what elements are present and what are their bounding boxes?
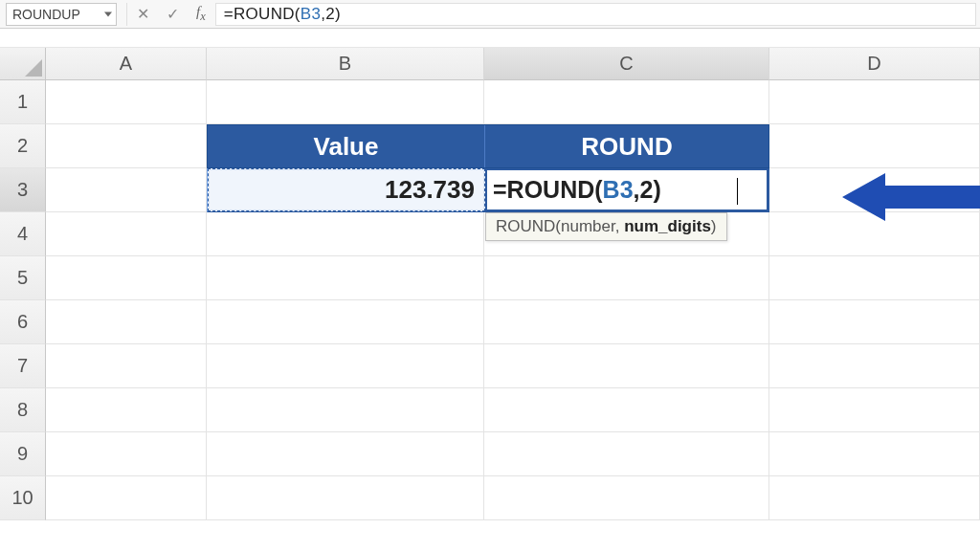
formula-text-close: ): [335, 5, 341, 24]
formula-bar: ROUNDUP ✕ ✓ fx =ROUND(B3,2): [0, 0, 980, 29]
cells-area: Value ROUND 123.739 =ROUND(B3,2) ROUND(n…: [46, 80, 980, 520]
spreadsheet-grid: A B C D 1 2 3 4 5 6 7 8 9 10: [0, 48, 980, 520]
chevron-down-icon[interactable]: [104, 11, 112, 16]
edit-eq: =: [493, 176, 507, 204]
enter-icon[interactable]: ✓: [167, 5, 179, 23]
edit-open: (: [594, 176, 602, 204]
row-header-10[interactable]: 10: [0, 476, 46, 520]
formula-text-arg2: 2: [325, 5, 335, 24]
row-header-9[interactable]: 9: [0, 432, 46, 476]
cell-A9[interactable]: [46, 432, 207, 476]
fx-icon[interactable]: fx: [196, 4, 206, 24]
cell-C5[interactable]: [484, 256, 769, 300]
cell-C3-editing[interactable]: =ROUND(B3,2): [485, 168, 768, 211]
cell-B6[interactable]: [207, 300, 484, 344]
row-header-8[interactable]: 8: [0, 388, 46, 432]
cell-D2[interactable]: [769, 124, 980, 168]
cell-D6[interactable]: [769, 300, 980, 344]
cell-A8[interactable]: [46, 388, 207, 432]
name-box[interactable]: ROUNDUP: [6, 3, 117, 26]
cell-C1[interactable]: [484, 80, 769, 124]
select-all-corner[interactable]: [0, 48, 46, 80]
formula-text-ref: B3: [301, 5, 321, 24]
cell-A10[interactable]: [46, 476, 207, 520]
col-header-B[interactable]: B: [207, 48, 484, 80]
cell-C7[interactable]: [484, 344, 769, 388]
row-header-1[interactable]: 1: [0, 80, 46, 124]
cell-B3-value[interactable]: 123.739: [208, 168, 485, 211]
edit-close: ): [653, 176, 660, 204]
row-header-3[interactable]: 3: [0, 168, 46, 212]
cell-D1[interactable]: [769, 80, 980, 124]
spacer: [0, 29, 980, 48]
cell-D7[interactable]: [769, 344, 980, 388]
cell-B4[interactable]: [207, 212, 484, 256]
cell-C8[interactable]: [484, 388, 769, 432]
cell-C9[interactable]: [484, 432, 769, 476]
tooltip-p2: num_digits: [624, 217, 711, 235]
formula-bar-controls: ✕ ✓ fx: [137, 4, 206, 24]
cell-B5[interactable]: [207, 256, 484, 300]
cell-D9[interactable]: [769, 432, 980, 476]
tooltip-p1: number: [561, 217, 615, 235]
cell-D5[interactable]: [769, 256, 980, 300]
edit-arg2: 2: [640, 176, 654, 204]
arrow-left-icon: [842, 168, 980, 226]
tooltip-fn: ROUND: [496, 217, 555, 235]
cell-A7[interactable]: [46, 344, 207, 388]
header-round[interactable]: ROUND: [485, 125, 768, 167]
cell-A5[interactable]: [46, 256, 207, 300]
header-value[interactable]: Value: [208, 125, 485, 167]
edit-ref: B3: [603, 176, 634, 204]
function-tooltip[interactable]: ROUND(number, num_digits): [485, 212, 727, 241]
col-header-C[interactable]: C: [484, 48, 769, 80]
edit-fn: ROUND: [507, 176, 595, 204]
table-row-3: 123.739 =ROUND(B3,2): [207, 168, 769, 212]
row-header-5[interactable]: 5: [0, 256, 46, 300]
cell-B10[interactable]: [207, 476, 484, 520]
table-header-row: Value ROUND: [207, 124, 769, 168]
cell-D8[interactable]: [769, 388, 980, 432]
row-header-6[interactable]: 6: [0, 300, 46, 344]
cell-B8[interactable]: [207, 388, 484, 432]
formula-text-fn: ROUND: [234, 5, 295, 24]
tooltip-close: ): [711, 217, 717, 235]
cell-B7[interactable]: [207, 344, 484, 388]
cell-A2[interactable]: [46, 124, 207, 168]
column-headers: A B C D: [0, 48, 980, 80]
row-headers: 1 2 3 4 5 6 7 8 9 10: [0, 80, 46, 520]
cell-A3[interactable]: [46, 168, 207, 212]
cell-B1[interactable]: [207, 80, 484, 124]
cancel-icon[interactable]: ✕: [137, 5, 149, 23]
edit-comma: ,: [634, 176, 640, 204]
cell-A4[interactable]: [46, 212, 207, 256]
row-header-4[interactable]: 4: [0, 212, 46, 256]
divider: [126, 3, 127, 26]
name-box-value: ROUNDUP: [12, 7, 80, 22]
col-header-A[interactable]: A: [46, 48, 207, 80]
tooltip-sep: ,: [615, 217, 624, 235]
text-caret-icon: [737, 178, 738, 205]
svg-marker-0: [842, 173, 980, 221]
cell-C6[interactable]: [484, 300, 769, 344]
row-header-7[interactable]: 7: [0, 344, 46, 388]
cell-B9[interactable]: [207, 432, 484, 476]
data-table: Value ROUND 123.739 =ROUND(B3,2): [207, 124, 769, 212]
cell-A1[interactable]: [46, 80, 207, 124]
cell-A6[interactable]: [46, 300, 207, 344]
col-header-D[interactable]: D: [769, 48, 980, 80]
formula-input[interactable]: =ROUND(B3,2): [215, 3, 976, 26]
row-header-2[interactable]: 2: [0, 124, 46, 168]
cell-C10[interactable]: [484, 476, 769, 520]
formula-text-eq: =: [224, 5, 234, 24]
cell-D10[interactable]: [769, 476, 980, 520]
